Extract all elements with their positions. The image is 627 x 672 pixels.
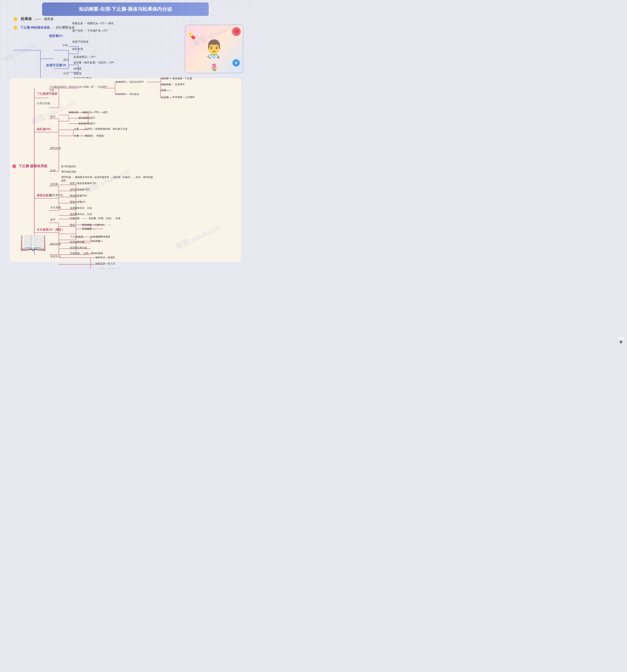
prolactin-label: 催乳素PRL: [37, 127, 51, 131]
prl-action-item3: 调节乳腺 → 雌激素支持作用—促进乳腺发育 → 泌乳期（分娩后）→ 发动、维持乳…: [61, 175, 154, 183]
oxytocin-label: 缩宫素OT: [49, 34, 63, 38]
hypothalamus-neural-dot: [14, 26, 17, 30]
vasopressin-label: 血管升压素VP: [46, 63, 66, 68]
vp-action-item2: 缩血管: [73, 72, 82, 75]
pine-gland-connector: ——: [35, 17, 41, 21]
oxytocin-regulation-label: 调节: [63, 25, 68, 29]
distance-label: 距离: [161, 89, 166, 92]
gh-hyperglycemia: 升高血糖 → 过高—垂体性糖尿: [70, 252, 103, 255]
pine-gland-label: 松果体: [21, 17, 32, 21]
vp-reg-item1: 血液渗透压↑—VP↑: [73, 55, 96, 59]
vp-action-item1: 抗利尿: [73, 67, 82, 71]
adenohypophysis-label: 腺垂体激素: [37, 193, 51, 197]
gh-regulation-label: 调节: [50, 218, 55, 221]
pine-gland-section: 松果体 —— 褪黑素: [14, 17, 54, 21]
heart-monitor-icon: ❤️: [232, 27, 241, 36]
trophic-hormones-label: 促激素: [50, 183, 58, 186]
classification-label: 分类与功能: [37, 102, 50, 105]
system-dot: [12, 164, 16, 168]
gh-protein-synthesis: 促进蛋白质合成: [70, 246, 87, 249]
flower-icon: 🌷: [210, 64, 218, 71]
gh-dwarfism: 幼年不足—侏儒症: [95, 256, 115, 259]
system-title: 下丘脑-腺垂体系统: [19, 164, 47, 168]
lh-label: 黄体生成素LH: [70, 200, 85, 204]
gh-acromegaly: 成年不足—肢端肥大症: [95, 268, 120, 269]
oxytocin-action-item1: 促进子宫收缩: [72, 40, 88, 44]
acth-label: 促肾上腺皮质激素ACTH: [70, 182, 96, 185]
prl-reg-item3: 催乳素抑制因子: [78, 122, 95, 125]
somatostatin-label: 生长抑素: [91, 239, 100, 243]
fsh-label: 卵泡刺激素FSH: [70, 194, 87, 197]
hypothalamus-adenohypophysis-label: 下丘脑-腺垂体系统: [12, 164, 47, 168]
vp-regulation-label: 调节: [63, 58, 69, 62]
ghrh-label: 生长激素释放激素: [91, 235, 110, 238]
hypothalamus-regulatory-label: 下丘脑调节激素: [37, 92, 57, 96]
oxytocin-action-label: 作用: [63, 44, 68, 47]
long-feedback: 长反馈 → 终末激素→上位腺体: [161, 95, 194, 99]
hypothalamus-neural-label: 下丘脑-神经垂体系统: [20, 25, 50, 30]
gh-gigantism: 幼年过多—巨人症: [95, 262, 115, 265]
humoral-regulation-label: 体液调节 → 轴系反馈调节: [116, 80, 144, 84]
prl-action-label: 作用: [50, 169, 55, 173]
doctor-emoji: 👨‍⚕️: [203, 39, 225, 59]
pine-gland-content: 褪黑素: [44, 17, 54, 21]
prl-regulation-main-label: 调节: [50, 115, 55, 119]
prolactin-prl-label: 催乳素PRL: [50, 193, 64, 197]
gh-reg-metabolic: 代谢因素 → + → 低血糖（饥饿、运动）、应激: [70, 217, 120, 220]
ultra-short-feedback: 超短反馈 → 自身调节: [161, 83, 185, 86]
oxytocin-reg-item2: 催产反射 → 子宫颈扩张—OT↑: [72, 29, 109, 32]
promote-secretion: 促进腺体生长、分泌: [70, 213, 92, 216]
gh-fat-breakdown: 促进脂肪分解: [70, 240, 85, 244]
growth-hormone-label-sub: 生长激素: [50, 206, 61, 209]
paradoxical-sleep: 异相睡眠→↓: [82, 227, 95, 231]
book-illustration: 📖: [14, 226, 53, 258]
watermark-top-left: 树图 shutu.cn: [2, 42, 37, 63]
bottom-section: 下丘脑-腺垂体系统 下丘脑调节激素 分类与功能 下丘脑促垂体区—神经内分泌小细胞…: [10, 78, 241, 262]
prl-action-item2: 调节免疫功能: [61, 170, 76, 173]
neural-regulation-label: 神经调节 → 神经递质: [116, 93, 139, 96]
oxytocin-reg-item1: 吮吸反射 → 吮吸乳头—OT↑—射乳: [72, 22, 114, 25]
watermark-3: 树图 shutu.cn: [174, 223, 222, 252]
pill-icon: 💊: [188, 32, 196, 40]
slow-wave-sleep: 慢波睡眠（入睡1h内）→↑: [82, 223, 111, 227]
secretion-regulation-label: → 分泌调节: [94, 85, 107, 89]
short-feedback: 短反馈 → 垂体激素→下丘脑: [161, 77, 192, 80]
prl-reg-item2: 催乳素释放因子: [78, 116, 95, 120]
prl-regulation-nature-label: 调节性腺: [50, 146, 61, 150]
gland-growth-label: 促进腺体生长、分泌: [70, 207, 92, 210]
vp-action-label: 作用: [63, 72, 69, 75]
prl-nature-item2: 少量 → —雌激素↑、孕激素↑: [74, 134, 105, 138]
prl-nature-item1: 大量 → —GnRH↓—抑制卵巢排卵、睾丸精子生成: [74, 127, 127, 131]
hypothalamus-branch-label: 下丘脑促垂体区—神经内分泌小细胞—调节肽: [49, 85, 94, 92]
vp-reg-item2: 血容量（循环血量）与血压↓—VP↑: [73, 61, 115, 64]
hypothalamus-hormones-label: 下丘脑激素: [70, 235, 83, 239]
tsh-label: 促甲状腺激素TSH: [70, 188, 89, 191]
prl-action-item1: 参与应激反应: [61, 165, 76, 168]
oxytocin-action-item2: 射乳作用: [72, 47, 83, 51]
plus-icon: +: [232, 59, 240, 67]
medical-illustration: 👨‍⚕️ ❤️ 💊 + 🌷: [185, 24, 243, 73]
pine-gland-dot: [14, 17, 17, 21]
sleep-label: 睡眠: [70, 223, 75, 227]
page-title: 知识纲要-生理-下丘脑-垂体与松果体内分泌: [42, 2, 209, 16]
prl-reg-item1: 吮吸反射 → 吮吸乳头—PRL↑—泌乳: [69, 111, 108, 114]
